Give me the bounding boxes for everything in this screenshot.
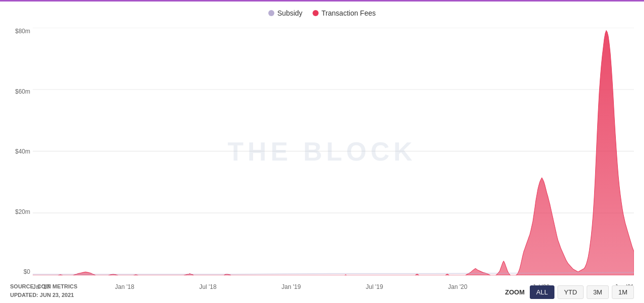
y-label-80m: $80m [3,28,30,35]
y-axis-labels: $80m $60m $40m $20m $0 [3,28,30,275]
zoom-all-button[interactable]: ALL [530,285,554,299]
fees-dot [312,10,318,16]
source-info: SOURCE: COIN METRICS UPDATED: JUN 23, 20… [10,282,77,299]
chart-svg [33,28,634,275]
x-label-jan19: Jan '19 [282,283,301,290]
updated-label: UPDATED: JUN 23, 2021 [10,291,77,299]
top-accent-line [0,0,644,2]
zoom-ytd-button[interactable]: YTD [557,285,584,299]
x-label-jul18: Jul '18 [199,283,216,290]
chart-legend: Subsidy Transaction Fees [268,9,375,17]
source-label: SOURCE: COIN METRICS [10,282,77,291]
legend-fees: Transaction Fees [312,9,376,17]
legend-subsidy: Subsidy [268,9,302,17]
subsidy-dot [268,10,274,16]
x-label-jan20: Jan '20 [448,283,467,290]
fees-label: Transaction Fees [321,9,376,17]
zoom-1m-button[interactable]: 1M [612,285,634,299]
zoom-label: ZOOM [505,288,525,296]
chart-container: Subsidy Transaction Fees $80m $60m $40m … [0,0,644,303]
x-label-jan18: Jan '18 [115,283,134,290]
y-label-60m: $60m [3,88,30,95]
y-label-40m: $40m [3,148,30,155]
zoom-3m-button[interactable]: 3M [587,285,609,299]
subsidy-label: Subsidy [277,9,302,17]
y-label-20m: $20m [3,208,30,215]
y-label-0: $0 [3,268,30,275]
x-label-jul19: Jul '19 [366,283,383,290]
zoom-controls: ZOOM ALL YTD 3M 1M [505,285,634,299]
